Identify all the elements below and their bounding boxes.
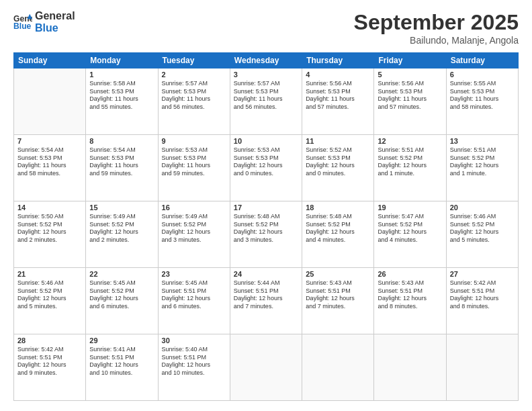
day-info: Sunrise: 5:44 AM Sunset: 5:51 PM Dayligh… [234, 279, 298, 311]
calendar-week-row: 21Sunrise: 5:46 AM Sunset: 5:52 PM Dayli… [14, 268, 519, 334]
day-info: Sunrise: 5:49 AM Sunset: 5:52 PM Dayligh… [162, 213, 226, 244]
day-number: 8 [89, 137, 154, 145]
day-info: Sunrise: 5:46 AM Sunset: 5:52 PM Dayligh… [450, 213, 515, 244]
day-number: 13 [450, 137, 515, 145]
day-number: 20 [450, 203, 515, 212]
calendar-week-row: 1Sunrise: 5:58 AM Sunset: 5:53 PM Daylig… [14, 68, 519, 135]
day-number: 24 [234, 270, 298, 278]
day-number: 14 [17, 203, 82, 212]
calendar-cell: 6Sunrise: 5:55 AM Sunset: 5:53 PM Daylig… [446, 68, 518, 135]
calendar-cell: 13Sunrise: 5:51 AM Sunset: 5:52 PM Dayli… [446, 135, 518, 201]
logo: General Blue General Blue [13, 10, 75, 34]
day-number: 27 [450, 270, 515, 278]
location: Bailundo, Malanje, Angola [354, 35, 519, 46]
calendar-cell: 11Sunrise: 5:52 AM Sunset: 5:53 PM Dayli… [302, 135, 374, 201]
day-info: Sunrise: 5:41 AM Sunset: 5:51 PM Dayligh… [89, 346, 154, 377]
day-of-week-header: Saturday [446, 53, 518, 68]
calendar-cell [374, 334, 446, 401]
header: General Blue General Blue September 2025… [13, 10, 519, 46]
day-info: Sunrise: 5:55 AM Sunset: 5:53 PM Dayligh… [450, 80, 515, 111]
calendar-cell: 29Sunrise: 5:41 AM Sunset: 5:51 PM Dayli… [86, 334, 158, 401]
calendar-cell: 16Sunrise: 5:49 AM Sunset: 5:52 PM Dayli… [158, 201, 230, 268]
calendar-header-row: SundayMondayTuesdayWednesdayThursdayFrid… [14, 53, 519, 68]
calendar-cell: 30Sunrise: 5:40 AM Sunset: 5:51 PM Dayli… [158, 334, 230, 401]
calendar-cell: 25Sunrise: 5:43 AM Sunset: 5:51 PM Dayli… [302, 268, 374, 334]
day-number: 22 [89, 270, 154, 278]
day-info: Sunrise: 5:56 AM Sunset: 5:53 PM Dayligh… [306, 80, 370, 111]
day-info: Sunrise: 5:50 AM Sunset: 5:52 PM Dayligh… [17, 213, 82, 244]
day-of-week-header: Monday [86, 53, 158, 68]
calendar-cell: 21Sunrise: 5:46 AM Sunset: 5:52 PM Dayli… [14, 268, 86, 334]
day-info: Sunrise: 5:58 AM Sunset: 5:53 PM Dayligh… [89, 80, 154, 111]
day-info: Sunrise: 5:57 AM Sunset: 5:53 PM Dayligh… [162, 80, 226, 111]
calendar-cell: 18Sunrise: 5:48 AM Sunset: 5:52 PM Dayli… [302, 201, 374, 268]
calendar-cell [446, 334, 518, 401]
day-of-week-header: Wednesday [230, 53, 302, 68]
calendar-cell: 9Sunrise: 5:53 AM Sunset: 5:53 PM Daylig… [158, 135, 230, 201]
calendar-cell: 20Sunrise: 5:46 AM Sunset: 5:52 PM Dayli… [446, 201, 518, 268]
day-info: Sunrise: 5:40 AM Sunset: 5:51 PM Dayligh… [162, 346, 226, 377]
day-number: 5 [378, 71, 442, 79]
calendar-week-row: 14Sunrise: 5:50 AM Sunset: 5:52 PM Dayli… [14, 201, 519, 268]
day-info: Sunrise: 5:51 AM Sunset: 5:52 PM Dayligh… [450, 146, 515, 178]
day-info: Sunrise: 5:54 AM Sunset: 5:53 PM Dayligh… [89, 146, 154, 178]
day-number: 30 [162, 336, 226, 345]
calendar-cell: 28Sunrise: 5:42 AM Sunset: 5:51 PM Dayli… [14, 334, 86, 401]
calendar-cell: 12Sunrise: 5:51 AM Sunset: 5:52 PM Dayli… [374, 135, 446, 201]
day-info: Sunrise: 5:52 AM Sunset: 5:53 PM Dayligh… [306, 146, 370, 178]
day-info: Sunrise: 5:53 AM Sunset: 5:53 PM Dayligh… [162, 146, 226, 178]
calendar-cell: 17Sunrise: 5:48 AM Sunset: 5:52 PM Dayli… [230, 201, 302, 268]
day-number: 10 [234, 137, 298, 145]
day-info: Sunrise: 5:42 AM Sunset: 5:51 PM Dayligh… [17, 346, 82, 377]
day-info: Sunrise: 5:57 AM Sunset: 5:53 PM Dayligh… [234, 80, 298, 111]
calendar-cell: 19Sunrise: 5:47 AM Sunset: 5:52 PM Dayli… [374, 201, 446, 268]
title-area: September 2025 Bailundo, Malanje, Angola [354, 10, 519, 46]
day-number: 25 [306, 270, 370, 278]
logo-icon: General Blue [13, 13, 32, 32]
day-number: 28 [17, 336, 82, 345]
day-info: Sunrise: 5:49 AM Sunset: 5:52 PM Dayligh… [89, 213, 154, 244]
day-number: 7 [17, 137, 82, 145]
calendar-cell: 4Sunrise: 5:56 AM Sunset: 5:53 PM Daylig… [302, 68, 374, 135]
day-info: Sunrise: 5:47 AM Sunset: 5:52 PM Dayligh… [378, 213, 442, 244]
day-number: 3 [234, 71, 298, 79]
day-info: Sunrise: 5:51 AM Sunset: 5:52 PM Dayligh… [378, 146, 442, 178]
day-number: 21 [17, 270, 82, 278]
day-info: Sunrise: 5:43 AM Sunset: 5:51 PM Dayligh… [306, 279, 370, 311]
day-number: 1 [89, 71, 154, 79]
day-info: Sunrise: 5:43 AM Sunset: 5:51 PM Dayligh… [378, 279, 442, 311]
calendar-cell: 14Sunrise: 5:50 AM Sunset: 5:52 PM Dayli… [14, 201, 86, 268]
day-of-week-header: Thursday [302, 53, 374, 68]
calendar-cell: 26Sunrise: 5:43 AM Sunset: 5:51 PM Dayli… [374, 268, 446, 334]
calendar-cell: 3Sunrise: 5:57 AM Sunset: 5:53 PM Daylig… [230, 68, 302, 135]
calendar-cell: 10Sunrise: 5:53 AM Sunset: 5:53 PM Dayli… [230, 135, 302, 201]
calendar-cell [302, 334, 374, 401]
calendar-cell: 2Sunrise: 5:57 AM Sunset: 5:53 PM Daylig… [158, 68, 230, 135]
calendar-week-row: 7Sunrise: 5:54 AM Sunset: 5:53 PM Daylig… [14, 135, 519, 201]
calendar-cell: 7Sunrise: 5:54 AM Sunset: 5:53 PM Daylig… [14, 135, 86, 201]
calendar-cell: 23Sunrise: 5:45 AM Sunset: 5:51 PM Dayli… [158, 268, 230, 334]
calendar-cell: 5Sunrise: 5:56 AM Sunset: 5:53 PM Daylig… [374, 68, 446, 135]
day-number: 18 [306, 203, 370, 212]
day-info: Sunrise: 5:54 AM Sunset: 5:53 PM Dayligh… [17, 146, 82, 178]
calendar-cell: 22Sunrise: 5:45 AM Sunset: 5:52 PM Dayli… [86, 268, 158, 334]
day-number: 15 [89, 203, 154, 212]
day-info: Sunrise: 5:56 AM Sunset: 5:53 PM Dayligh… [378, 80, 442, 111]
calendar-week-row: 28Sunrise: 5:42 AM Sunset: 5:51 PM Dayli… [14, 334, 519, 401]
svg-text:Blue: Blue [13, 21, 32, 31]
day-info: Sunrise: 5:48 AM Sunset: 5:52 PM Dayligh… [306, 213, 370, 244]
day-info: Sunrise: 5:48 AM Sunset: 5:52 PM Dayligh… [234, 213, 298, 244]
month-title: September 2025 [354, 10, 519, 35]
day-info: Sunrise: 5:45 AM Sunset: 5:52 PM Dayligh… [89, 279, 154, 311]
logo-blue: Blue [35, 22, 75, 34]
day-number: 26 [378, 270, 442, 278]
day-of-week-header: Friday [374, 53, 446, 68]
day-number: 23 [162, 270, 226, 278]
day-number: 2 [162, 71, 226, 79]
calendar-cell [230, 334, 302, 401]
day-info: Sunrise: 5:45 AM Sunset: 5:51 PM Dayligh… [162, 279, 226, 311]
calendar-cell: 15Sunrise: 5:49 AM Sunset: 5:52 PM Dayli… [86, 201, 158, 268]
calendar-cell [14, 68, 86, 135]
calendar: SundayMondayTuesdayWednesdayThursdayFrid… [13, 52, 519, 401]
day-number: 19 [378, 203, 442, 212]
